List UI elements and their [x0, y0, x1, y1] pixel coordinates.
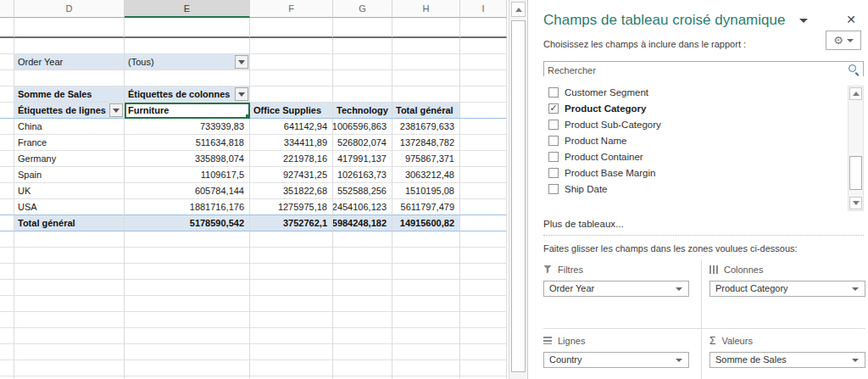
cell[interactable] [125, 264, 250, 280]
column-header-D[interactable]: D [14, 0, 125, 18]
cell[interactable] [14, 264, 125, 280]
row-label[interactable]: USA [14, 199, 125, 215]
cell[interactable]: 5178590,542 [125, 215, 250, 231]
field-chip-order-year[interactable]: Order Year [543, 281, 689, 297]
cell[interactable] [250, 328, 333, 344]
cell[interactable] [460, 360, 507, 376]
tools-button[interactable]: ⚙ [826, 31, 861, 50]
checkbox-checked[interactable]: ✓ [548, 103, 559, 114]
cell[interactable] [250, 264, 333, 280]
cell[interactable] [460, 312, 507, 328]
cell[interactable] [125, 38, 250, 54]
cell[interactable]: 2454106,123 [333, 199, 392, 215]
cell[interactable] [125, 231, 250, 248]
cell[interactable] [0, 54, 14, 70]
cell[interactable] [392, 280, 460, 296]
cell[interactable] [333, 360, 392, 376]
cell[interactable] [333, 86, 392, 103]
cell[interactable]: 335898,074 [125, 151, 250, 167]
cell[interactable] [460, 215, 507, 231]
cell[interactable] [250, 344, 333, 360]
row-label[interactable]: Spain [14, 167, 125, 183]
scroll-up-button[interactable] [511, 2, 526, 17]
measure-cell[interactable]: Somme de Sales [14, 86, 125, 103]
column-header-E-selected[interactable]: E [125, 0, 250, 18]
cell[interactable] [125, 328, 250, 344]
cell[interactable] [250, 38, 333, 54]
column-header-H[interactable]: H [392, 0, 460, 18]
cell[interactable]: 1026163,73 [333, 167, 392, 183]
cell[interactable] [460, 103, 507, 119]
field-item[interactable]: Product Name [543, 132, 864, 148]
cell[interactable] [392, 231, 460, 248]
cell[interactable] [14, 280, 125, 296]
cell[interactable] [0, 264, 14, 280]
cell[interactable] [333, 70, 392, 86]
cell[interactable] [460, 248, 507, 264]
cell[interactable] [392, 248, 460, 264]
cell[interactable] [250, 248, 333, 264]
cell[interactable] [14, 296, 125, 312]
cell[interactable]: 605784,144 [125, 183, 250, 199]
cell[interactable] [460, 280, 507, 296]
cell[interactable]: 733939,83 [125, 119, 250, 135]
field-chip-product-category[interactable]: Product Category [709, 281, 865, 297]
cell[interactable] [0, 135, 14, 151]
checkbox-unchecked[interactable] [548, 168, 559, 178]
column-header-I[interactable]: I [460, 0, 507, 18]
cell[interactable] [333, 231, 392, 248]
checkbox-unchecked[interactable] [548, 152, 559, 162]
cell[interactable]: 5611797,479 [392, 199, 460, 215]
cell[interactable] [333, 328, 392, 344]
cell[interactable] [392, 360, 460, 376]
checkbox-unchecked[interactable] [548, 136, 559, 146]
cell[interactable] [0, 103, 14, 119]
cell[interactable] [460, 167, 507, 183]
cell[interactable] [0, 119, 14, 135]
cell[interactable] [333, 38, 392, 54]
cell[interactable] [392, 312, 460, 328]
cell[interactable] [14, 312, 125, 328]
cell[interactable] [0, 360, 14, 376]
cell[interactable] [14, 18, 125, 38]
cell[interactable] [460, 344, 507, 360]
cell[interactable] [0, 183, 14, 199]
cell[interactable] [0, 312, 14, 328]
checkbox-unchecked[interactable] [548, 120, 559, 130]
cell[interactable] [392, 296, 460, 312]
row-labels-cell[interactable]: Étiquettes de lignes [14, 103, 125, 119]
cell[interactable] [125, 312, 250, 328]
cell[interactable]: 14915600,82 [392, 215, 460, 231]
filter-dropdown-button[interactable] [235, 55, 248, 69]
cell[interactable] [460, 38, 507, 54]
cell[interactable] [333, 296, 392, 312]
cell[interactable]: 5984248,182 [333, 215, 392, 231]
cell[interactable] [250, 280, 333, 296]
cell[interactable] [460, 183, 507, 199]
row-labels-dropdown-button[interactable] [109, 103, 123, 117]
column-labels-cell[interactable]: Étiquettes de colonnes [125, 86, 250, 103]
cell[interactable] [392, 70, 460, 86]
cell[interactable] [460, 151, 507, 167]
total-label[interactable]: Total général [14, 215, 125, 231]
cell[interactable]: 927431,25 [250, 167, 333, 183]
cell[interactable] [0, 18, 14, 38]
cell[interactable] [460, 199, 507, 215]
fill-handle[interactable] [246, 114, 250, 119]
scroll-down-button[interactable] [849, 197, 862, 209]
row-label[interactable]: China [14, 119, 125, 135]
cell[interactable] [125, 70, 250, 86]
cell[interactable]: 221978,16 [250, 151, 333, 167]
cell[interactable] [460, 86, 507, 103]
scrollbar-thumb[interactable] [511, 20, 526, 372]
row-label[interactable]: UK [14, 183, 125, 199]
column-header-corner[interactable] [0, 0, 14, 18]
cell[interactable] [333, 18, 392, 38]
pivot-column-header[interactable]: Office Supplies [250, 103, 333, 119]
column-header-F[interactable]: F [250, 0, 333, 18]
cell[interactable] [0, 70, 14, 86]
cell[interactable]: 1881716,176 [125, 199, 250, 215]
pivot-column-header[interactable]: Technology [333, 103, 392, 119]
filters-zone[interactable]: Filtres Order Year [543, 263, 689, 297]
cell[interactable] [460, 135, 507, 151]
